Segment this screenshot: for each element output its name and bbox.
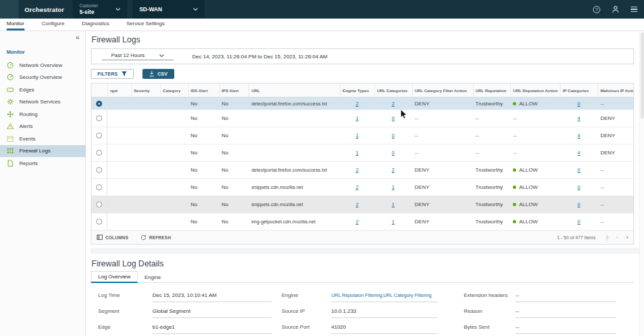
- column-header-url[interactable]: URL: [248, 84, 340, 97]
- column-header-url-reputation[interactable]: URL Reputation: [473, 84, 511, 97]
- cell-ip-categories[interactable]: 0: [560, 201, 598, 207]
- sidebar-item-security-overview[interactable]: Security Overview: [0, 72, 85, 84]
- cell-ip-categories[interactable]: 4: [560, 115, 598, 121]
- column-header-select[interactable]: [91, 84, 107, 97]
- sidebar-item-firewall-logs[interactable]: Firewall Logs: [0, 145, 85, 158]
- cell-engine-types[interactable]: 2: [340, 184, 374, 190]
- table-row[interactable]: NoNodetectportal.firefox.com/success.txt…: [91, 162, 633, 179]
- columns-button[interactable]: COLUMNS: [97, 235, 129, 240]
- cell-malicious-ip-action: --: [598, 201, 633, 207]
- cell-ips-alert: No: [219, 115, 249, 121]
- cell-ip-categories[interactable]: 4: [560, 150, 598, 156]
- column-header-category[interactable]: Category: [160, 84, 188, 97]
- row-radio-button[interactable]: [96, 115, 102, 121]
- cell-ip-categories[interactable]: 0: [560, 184, 598, 190]
- cell-url-categories[interactable]: 1: [374, 201, 412, 207]
- menu-icon[interactable]: [631, 7, 637, 13]
- cell-engine-types[interactable]: 1: [340, 150, 374, 156]
- sidebar-item-edges[interactable]: Edges: [0, 84, 85, 96]
- cell-url-categories[interactable]: 0: [374, 150, 412, 156]
- column-header-url-reputation-action[interactable]: URL Reputation Action: [510, 84, 560, 97]
- details-tab-log-overview[interactable]: Log Overview: [91, 271, 138, 283]
- cell-ip-categories[interactable]: 4: [560, 133, 598, 139]
- tab-configure[interactable]: Configure: [42, 19, 65, 30]
- cell-engine-types[interactable]: 2: [340, 201, 374, 207]
- column-header-url-categories[interactable]: URL Categories: [374, 84, 412, 97]
- sidebar-item-routing[interactable]: Routing: [0, 108, 85, 121]
- cell-url-category-filter-action: --: [412, 133, 473, 139]
- table-row[interactable]: NoNosnippets.cdn.mozilla.net21DENYTrustw…: [91, 196, 633, 213]
- csv-export-button[interactable]: CSV: [142, 69, 174, 79]
- page-scrollbar[interactable]: [639, 31, 644, 336]
- row-radio-button[interactable]: [96, 201, 102, 207]
- column-header-engine-types[interactable]: Engine Types: [340, 84, 374, 97]
- service-selector[interactable]: SD-WAN: [133, 0, 204, 19]
- details-tab-engine[interactable]: Engine: [138, 272, 168, 282]
- prev-page-icon[interactable]: ‹: [616, 235, 618, 241]
- sidebar-item-network-overview[interactable]: Network Overview: [0, 59, 85, 72]
- cell-url-categories[interactable]: 2: [374, 167, 412, 173]
- filters-button[interactable]: FILTERS: [91, 69, 134, 79]
- tab-service-settings[interactable]: Service Settings: [127, 19, 165, 30]
- cell-ips-alert: No: [219, 101, 249, 107]
- cell-ips-alert: No: [219, 133, 249, 139]
- cell-url-category-filter-action: DENY: [412, 167, 473, 173]
- table-row[interactable]: NoNosnippets.cdn.mozilla.net21DENYTrustw…: [91, 179, 633, 196]
- detail-field-bytes-sent: Bytes Sent--: [464, 324, 616, 334]
- next-page-icon[interactable]: ›: [626, 235, 628, 241]
- row-radio-button[interactable]: [96, 133, 102, 139]
- cell-engine-types[interactable]: 2: [340, 167, 374, 173]
- detail-value: 41020: [331, 324, 437, 334]
- cell-url-categories[interactable]: 1: [374, 219, 412, 225]
- csv-button-label: CSV: [158, 72, 168, 76]
- row-radio-button[interactable]: [96, 101, 102, 107]
- column-header-ids-alert[interactable]: IDS Alert: [188, 84, 219, 97]
- user-icon[interactable]: [612, 5, 619, 13]
- table-row[interactable]: NoNodetectportal.firefox.com/success.txt…: [91, 97, 633, 110]
- cell-engine-types[interactable]: 2: [340, 101, 374, 107]
- cell-url-category-filter-action: DENY: [412, 184, 473, 190]
- row-radio-button[interactable]: [96, 150, 102, 156]
- row-radio-button[interactable]: [96, 184, 102, 190]
- cell-url-categories[interactable]: 1: [374, 184, 412, 190]
- table-row[interactable]: NoNo10------4DENY: [91, 144, 633, 162]
- table-row[interactable]: NoNo10------4DENY: [91, 127, 633, 144]
- sidebar-item-events[interactable]: Events: [0, 133, 85, 145]
- cell-ip-categories[interactable]: 0: [560, 101, 598, 107]
- sidebar-item-label: Routing: [19, 111, 38, 117]
- column-header-ips-alert[interactable]: IPS Alert: [219, 84, 249, 97]
- cell-ip-categories[interactable]: 0: [560, 219, 598, 225]
- cell-engine-types[interactable]: 1: [340, 115, 374, 121]
- tab-diagnostics[interactable]: Diagnostics: [81, 19, 109, 30]
- top-header-bar: Orchestrator Customer 5-site SD-WAN: [0, 0, 644, 19]
- row-radio-button[interactable]: [96, 167, 102, 173]
- detail-value-link[interactable]: URL Reputaion Filtering,URL Category Fil…: [331, 292, 437, 302]
- first-page-icon[interactable]: |‹: [606, 235, 608, 241]
- scrollbar-thumb[interactable]: [641, 32, 644, 119]
- cell-url-categories[interactable]: 2: [374, 101, 412, 107]
- column-header-url-category-filter-action[interactable]: URL Category Filter Action: [412, 84, 473, 97]
- sidebar-item-reports[interactable]: Reports: [0, 157, 85, 170]
- table-row[interactable]: NoNoimg-getpocket.cdn.mozilla.net21DENYT…: [91, 213, 633, 231]
- table-row[interactable]: NoNo10------4DENY: [91, 110, 633, 127]
- cell-engine-types[interactable]: 2: [340, 219, 374, 225]
- column-header-rget[interactable]: rget: [107, 84, 131, 97]
- tab-monitor[interactable]: Monitor: [7, 19, 25, 30]
- column-header-severity[interactable]: Severity: [131, 84, 160, 97]
- cell-ip-categories[interactable]: 0: [560, 167, 598, 173]
- refresh-button[interactable]: REFRESH: [140, 235, 171, 241]
- help-icon[interactable]: [593, 6, 600, 13]
- column-header-ip-categories[interactable]: IP Categories: [560, 84, 598, 97]
- cell-url-categories[interactable]: 0: [374, 115, 412, 121]
- sidebar-collapse-icon[interactable]: «: [76, 33, 80, 41]
- cell-url-reputation-action: ALLOW: [510, 101, 560, 107]
- column-header-malicious-ip-action[interactable]: Malicious IP Action: [598, 84, 633, 97]
- cell-url-categories[interactable]: 0: [374, 133, 412, 139]
- cell-engine-types[interactable]: 1: [340, 133, 374, 139]
- sidebar-item-network-services[interactable]: Network Services: [0, 96, 85, 109]
- row-radio-button[interactable]: [96, 219, 102, 225]
- customer-selector[interactable]: Customer 5-site: [73, 0, 127, 19]
- firewall-logs-icon: [7, 147, 14, 154]
- sidebar-item-alerts[interactable]: Alerts: [0, 121, 85, 133]
- time-range-select[interactable]: Past 12 Hours: [102, 52, 174, 60]
